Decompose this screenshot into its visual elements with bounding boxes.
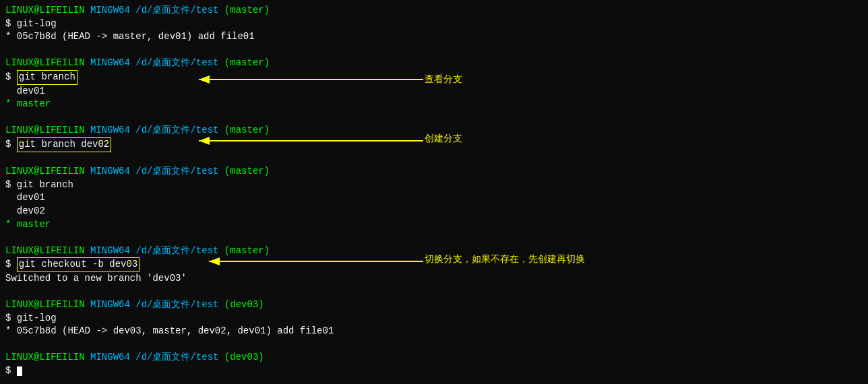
prompt-host-6: MINGW64 (85, 298, 130, 312)
output-line-2: * 05c7b8d (HEAD -> dev03, master, dev02,… (5, 325, 863, 338)
prompt-branch-5: (master) (218, 245, 270, 258)
output-dev02: dev02 (5, 205, 863, 218)
prompt-user-7: LINUX@LIFEILIN (5, 351, 85, 364)
output-master-1-text: * master (5, 98, 51, 111)
cursor (17, 366, 22, 376)
output-master-2: * master (5, 218, 863, 232)
prompt-path-6: /d/桌面文件/test (130, 298, 219, 312)
output-line-1: * 05c7b8d (HEAD -> master, dev01) add fi… (5, 30, 863, 44)
prompt-line-2: LINUX@LIFEILIN MINGW64 /d/桌面文件/test (mas… (5, 57, 863, 70)
dollar-5: $ (5, 258, 17, 271)
prompt-path-5: /d/桌面文件/test (130, 245, 219, 258)
prompt-host-5: MINGW64 (85, 245, 130, 258)
terminal: LINUX@LIFEILIN MINGW64 /d/桌面文件/test (mas… (0, 0, 868, 384)
dollar-4: $ (5, 179, 17, 192)
prompt-line-7: LINUX@LIFEILIN MINGW64 /d/桌面文件/test (dev… (5, 351, 863, 364)
output-master-2-text: * master (5, 218, 51, 232)
prompt-user-6: LINUX@LIFEILIN (5, 298, 85, 312)
blank-1 (5, 44, 863, 57)
output-dev01-1-text: dev01 (5, 85, 45, 98)
prompt-line-4: LINUX@LIFEILIN MINGW64 /d/桌面文件/test (mas… (5, 165, 863, 179)
prompt-host-1: MINGW64 (85, 4, 130, 18)
output-dev02-text: dev02 (5, 205, 45, 218)
prompt-user-5: LINUX@LIFEILIN (5, 245, 85, 258)
dollar-3: $ (5, 138, 17, 152)
prompt-host-2: MINGW64 (85, 57, 130, 70)
output-1: * 05c7b8d (HEAD -> master, dev01) add fi… (5, 30, 255, 44)
prompt-user-2: LINUX@LIFEILIN (5, 57, 85, 70)
prompt-path-4: /d/桌面文件/test (130, 165, 219, 179)
cmd-line-gitlog-1: $ git-log (5, 18, 863, 31)
prompt-user-1: LINUX@LIFEILIN (5, 4, 85, 18)
output-dev01-2: dev01 (5, 191, 863, 205)
cmd-line-final: $ (5, 364, 863, 378)
prompt-branch-7: (dev03) (218, 351, 264, 364)
prompt-user-4: LINUX@LIFEILIN (5, 165, 85, 179)
prompt-host-4: MINGW64 (85, 165, 130, 179)
cmd-gitbranch-1: git branch (17, 70, 78, 85)
dollar-2: $ (5, 71, 17, 84)
output-dev01-1: dev01 (5, 85, 863, 98)
cmd-line-gitlog-2: $ git-log (5, 312, 863, 325)
prompt-path-1: /d/桌面文件/test (130, 4, 219, 18)
prompt-branch-2: (master) (218, 57, 270, 70)
blank-5 (5, 285, 863, 298)
output-switched-text: Switched to a new branch 'dev03' (5, 272, 187, 286)
cmd-gitlog-1: git-log (17, 18, 57, 31)
prompt-branch-3: (master) (218, 124, 270, 137)
blank-3 (5, 152, 863, 166)
output-2: * 05c7b8d (HEAD -> dev03, master, dev02,… (5, 325, 334, 338)
output-master-1: * master (5, 98, 863, 111)
cmd-gitbranch-dev02: git branch dev02 (17, 137, 111, 152)
cmd-gitlog-2: git-log (17, 312, 57, 325)
output-dev01-2-text: dev01 (5, 191, 45, 205)
prompt-host-3: MINGW64 (85, 124, 130, 137)
cmd-gitbranch-2: git branch (17, 179, 73, 192)
prompt-branch-6: (dev03) (218, 298, 264, 312)
dollar-7: $ (5, 364, 17, 378)
blank-6 (5, 338, 863, 352)
output-switched: Switched to a new branch 'dev03' (5, 272, 863, 286)
prompt-path-7: /d/桌面文件/test (130, 351, 219, 364)
annotation-view-branch: 查看分支 (425, 73, 462, 86)
prompt-host-7: MINGW64 (85, 351, 130, 364)
prompt-line-1: LINUX@LIFEILIN MINGW64 /d/桌面文件/test (mas… (5, 4, 863, 18)
blank-2 (5, 111, 863, 125)
cmd-checkout: git checkout -b dev03 (17, 257, 140, 272)
dollar-6: $ (5, 312, 17, 325)
prompt-path-3: /d/桌面文件/test (130, 124, 219, 137)
prompt-user-3: LINUX@LIFEILIN (5, 124, 85, 137)
prompt-branch-4: (master) (218, 165, 270, 179)
prompt-branch-1: (master) (218, 4, 270, 18)
annotation-switch-branch: 切换分支，如果不存在，先创建再切换 (425, 253, 585, 266)
prompt-line-6: LINUX@LIFEILIN MINGW64 /d/桌面文件/test (dev… (5, 298, 863, 312)
dollar-1: $ (5, 18, 17, 31)
annotation-create-branch: 创建分支 (425, 132, 462, 146)
prompt-path-2: /d/桌面文件/test (130, 57, 219, 70)
cmd-line-gitbranch-2: $ git branch (5, 179, 863, 192)
blank-4 (5, 231, 863, 245)
